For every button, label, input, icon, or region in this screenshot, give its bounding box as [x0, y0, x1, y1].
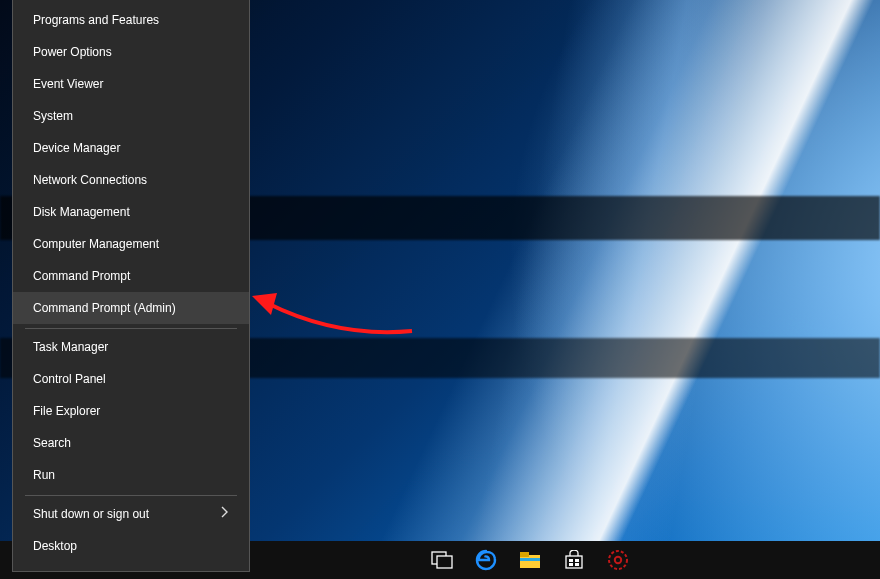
- menu-separator: [25, 495, 237, 496]
- menu-item-label: Task Manager: [33, 331, 108, 363]
- menu-item-label: Computer Management: [33, 228, 159, 260]
- svg-point-10: [609, 551, 627, 569]
- menu-item-programs-and-features[interactable]: Programs and Features: [13, 4, 249, 36]
- winx-context-menu: Programs and Features Power Options Even…: [12, 0, 250, 572]
- svg-rect-3: [520, 552, 529, 557]
- menu-item-label: Run: [33, 459, 55, 491]
- menu-item-device-manager[interactable]: Device Manager: [13, 132, 249, 164]
- menu-item-label: Disk Management: [33, 196, 130, 228]
- menu-item-event-viewer[interactable]: Event Viewer: [13, 68, 249, 100]
- file-explorer-icon[interactable]: [518, 548, 542, 572]
- menu-item-label: Shut down or sign out: [33, 498, 149, 530]
- menu-item-label: Programs and Features: [33, 4, 159, 36]
- menu-item-search[interactable]: Search: [13, 427, 249, 459]
- menu-item-control-panel[interactable]: Control Panel: [13, 363, 249, 395]
- menu-item-command-prompt[interactable]: Command Prompt: [13, 260, 249, 292]
- menu-item-label: Control Panel: [33, 363, 106, 395]
- svg-rect-9: [575, 563, 579, 566]
- menu-item-label: Device Manager: [33, 132, 120, 164]
- menu-item-disk-management[interactable]: Disk Management: [13, 196, 249, 228]
- menu-item-system[interactable]: System: [13, 100, 249, 132]
- svg-rect-1: [437, 556, 452, 568]
- menu-item-network-connections[interactable]: Network Connections: [13, 164, 249, 196]
- menu-item-label: Command Prompt (Admin): [33, 292, 176, 324]
- chevron-right-icon: [220, 498, 229, 530]
- menu-item-label: Command Prompt: [33, 260, 130, 292]
- menu-item-power-options[interactable]: Power Options: [13, 36, 249, 68]
- gear-red-icon[interactable]: [606, 548, 630, 572]
- store-icon[interactable]: [562, 548, 586, 572]
- menu-separator: [25, 328, 237, 329]
- menu-item-computer-management[interactable]: Computer Management: [13, 228, 249, 260]
- svg-point-11: [615, 557, 621, 563]
- menu-item-label: Power Options: [33, 36, 112, 68]
- menu-item-label: File Explorer: [33, 395, 100, 427]
- menu-item-file-explorer[interactable]: File Explorer: [13, 395, 249, 427]
- svg-rect-6: [569, 559, 573, 562]
- menu-item-label: Network Connections: [33, 164, 147, 196]
- svg-rect-7: [575, 559, 579, 562]
- menu-item-label: Event Viewer: [33, 68, 103, 100]
- menu-item-run[interactable]: Run: [13, 459, 249, 491]
- task-view-icon[interactable]: [430, 548, 454, 572]
- menu-item-command-prompt-admin[interactable]: Command Prompt (Admin): [13, 292, 249, 324]
- menu-item-label: Search: [33, 427, 71, 459]
- svg-rect-4: [520, 558, 540, 561]
- menu-item-label: Desktop: [33, 530, 77, 562]
- edge-icon[interactable]: [474, 548, 498, 572]
- svg-rect-8: [569, 563, 573, 566]
- menu-item-label: System: [33, 100, 73, 132]
- svg-rect-5: [566, 556, 582, 568]
- menu-item-desktop[interactable]: Desktop: [13, 530, 249, 562]
- menu-item-shut-down-or-sign-out[interactable]: Shut down or sign out: [13, 498, 249, 530]
- menu-item-task-manager[interactable]: Task Manager: [13, 331, 249, 363]
